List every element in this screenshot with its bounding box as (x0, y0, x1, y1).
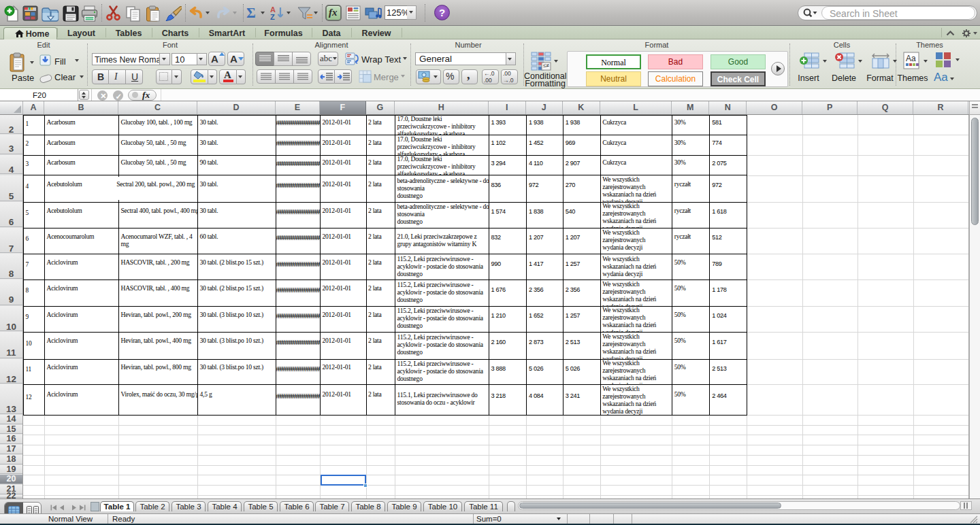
svg-text:Z: Z (270, 13, 275, 21)
svg-text:Aa: Aa (906, 54, 916, 63)
svg-text:≤≠: ≤≠ (543, 63, 549, 69)
